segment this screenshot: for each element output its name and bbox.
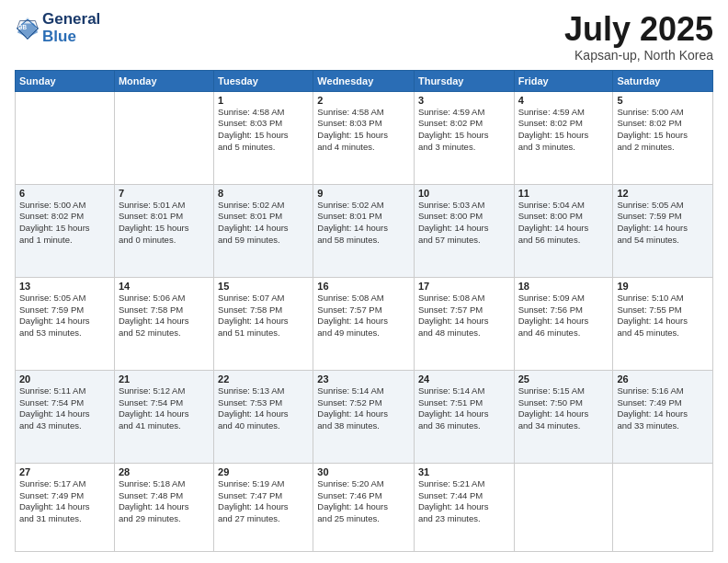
calendar-cell: 29Sunrise: 5:19 AM Sunset: 7:47 PM Dayli… [214, 463, 313, 551]
day-number: 31 [418, 466, 510, 477]
location: Kapsan-up, North Korea [564, 48, 713, 63]
day-info: Sunrise: 4:59 AM Sunset: 8:02 PM Dayligh… [518, 107, 609, 154]
day-number: 7 [119, 188, 210, 199]
day-info: Sunrise: 5:19 AM Sunset: 7:47 PM Dayligh… [218, 478, 309, 525]
day-info: Sunrise: 5:14 AM Sunset: 7:52 PM Dayligh… [317, 385, 410, 432]
day-number: 9 [317, 188, 410, 199]
calendar-cell: 26Sunrise: 5:16 AM Sunset: 7:49 PM Dayli… [613, 370, 713, 463]
day-number: 4 [518, 95, 609, 106]
day-info: Sunrise: 5:00 AM Sunset: 8:02 PM Dayligh… [19, 200, 110, 247]
calendar-cell: 1Sunrise: 4:58 AM Sunset: 8:03 PM Daylig… [214, 91, 313, 184]
day-info: Sunrise: 5:02 AM Sunset: 8:01 PM Dayligh… [218, 200, 309, 247]
day-number: 11 [518, 188, 609, 199]
calendar-cell: 30Sunrise: 5:20 AM Sunset: 7:46 PM Dayli… [313, 463, 415, 551]
day-number: 17 [418, 281, 510, 292]
calendar-cell [514, 463, 613, 551]
weekday-header: Friday [514, 70, 613, 91]
calendar-cell: 18Sunrise: 5:09 AM Sunset: 7:56 PM Dayli… [514, 277, 613, 370]
day-number: 29 [218, 466, 309, 477]
calendar-cell [16, 91, 115, 184]
day-info: Sunrise: 5:07 AM Sunset: 7:58 PM Dayligh… [218, 293, 309, 339]
weekday-header: Tuesday [214, 70, 313, 91]
day-info: Sunrise: 5:09 AM Sunset: 7:56 PM Dayligh… [518, 293, 609, 339]
calendar-cell: 19Sunrise: 5:10 AM Sunset: 7:55 PM Dayli… [613, 277, 713, 370]
title-block: July 2025 Kapsan-up, North Korea [564, 11, 713, 63]
day-info: Sunrise: 5:18 AM Sunset: 7:48 PM Dayligh… [119, 478, 210, 525]
day-number: 13 [19, 281, 110, 292]
day-number: 22 [218, 373, 309, 385]
calendar-cell: 6Sunrise: 5:00 AM Sunset: 8:02 PM Daylig… [16, 184, 115, 277]
day-number: 25 [518, 373, 609, 385]
day-number: 14 [119, 281, 210, 292]
calendar-cell: 5Sunrise: 5:00 AM Sunset: 8:02 PM Daylig… [613, 91, 713, 184]
calendar-cell: 14Sunrise: 5:06 AM Sunset: 7:58 PM Dayli… [114, 277, 213, 370]
calendar-cell: 9Sunrise: 5:02 AM Sunset: 8:01 PM Daylig… [313, 184, 415, 277]
day-info: Sunrise: 5:06 AM Sunset: 7:58 PM Dayligh… [119, 293, 210, 339]
day-number: 1 [218, 95, 309, 106]
calendar-cell: 31Sunrise: 5:21 AM Sunset: 7:44 PM Dayli… [414, 463, 514, 551]
calendar-cell: 24Sunrise: 5:14 AM Sunset: 7:51 PM Dayli… [414, 370, 514, 463]
day-number: 19 [617, 281, 709, 292]
calendar-cell: 27Sunrise: 5:17 AM Sunset: 7:49 PM Dayli… [16, 463, 115, 551]
day-number: 18 [518, 281, 609, 292]
calendar-cell [613, 463, 713, 551]
calendar-cell: 16Sunrise: 5:08 AM Sunset: 7:57 PM Dayli… [313, 277, 415, 370]
calendar-cell: 3Sunrise: 4:59 AM Sunset: 8:02 PM Daylig… [414, 91, 514, 184]
calendar-cell: 7Sunrise: 5:01 AM Sunset: 8:01 PM Daylig… [114, 184, 213, 277]
day-info: Sunrise: 5:11 AM Sunset: 7:54 PM Dayligh… [19, 385, 110, 432]
day-info: Sunrise: 5:12 AM Sunset: 7:54 PM Dayligh… [119, 385, 210, 432]
day-number: 21 [119, 373, 210, 385]
calendar-cell: 8Sunrise: 5:02 AM Sunset: 8:01 PM Daylig… [214, 184, 313, 277]
day-number: 12 [617, 188, 709, 199]
day-number: 15 [218, 281, 309, 292]
day-info: Sunrise: 5:03 AM Sunset: 8:00 PM Dayligh… [418, 200, 510, 247]
month-title: July 2025 [564, 11, 713, 48]
day-number: 5 [617, 95, 709, 106]
logo-line1: General [42, 11, 100, 29]
day-number: 27 [19, 466, 110, 477]
calendar-cell: 21Sunrise: 5:12 AM Sunset: 7:54 PM Dayli… [114, 370, 213, 463]
day-info: Sunrise: 5:14 AM Sunset: 7:51 PM Dayligh… [418, 385, 510, 432]
day-info: Sunrise: 5:16 AM Sunset: 7:49 PM Dayligh… [617, 385, 709, 432]
calendar-cell: 2Sunrise: 4:58 AM Sunset: 8:03 PM Daylig… [313, 91, 415, 184]
day-info: Sunrise: 5:17 AM Sunset: 7:49 PM Dayligh… [19, 478, 110, 525]
day-number: 6 [19, 188, 110, 199]
day-info: Sunrise: 4:58 AM Sunset: 8:03 PM Dayligh… [218, 107, 309, 154]
calendar-cell [114, 91, 213, 184]
weekday-header: Monday [114, 70, 213, 91]
calendar-cell: 28Sunrise: 5:18 AM Sunset: 7:48 PM Dayli… [114, 463, 213, 551]
day-number: 2 [317, 95, 410, 106]
day-info: Sunrise: 4:58 AM Sunset: 8:03 PM Dayligh… [317, 107, 410, 154]
calendar-cell: 20Sunrise: 5:11 AM Sunset: 7:54 PM Dayli… [16, 370, 115, 463]
day-number: 23 [317, 373, 410, 385]
weekday-header: Thursday [414, 70, 514, 91]
day-info: Sunrise: 4:59 AM Sunset: 8:02 PM Dayligh… [418, 107, 510, 154]
weekday-header: Sunday [16, 70, 115, 91]
weekday-header: Wednesday [313, 70, 415, 91]
day-number: 16 [317, 281, 410, 292]
day-info: Sunrise: 5:02 AM Sunset: 8:01 PM Dayligh… [317, 200, 410, 247]
day-number: 10 [418, 188, 510, 199]
day-info: Sunrise: 5:20 AM Sunset: 7:46 PM Dayligh… [317, 478, 410, 525]
logo: GB General Blue [15, 11, 100, 45]
day-number: 8 [218, 188, 309, 199]
calendar-cell: 13Sunrise: 5:05 AM Sunset: 7:59 PM Dayli… [16, 277, 115, 370]
day-info: Sunrise: 5:10 AM Sunset: 7:55 PM Dayligh… [617, 293, 709, 339]
day-info: Sunrise: 5:13 AM Sunset: 7:53 PM Dayligh… [218, 385, 309, 432]
day-number: 28 [119, 466, 210, 477]
calendar-cell: 4Sunrise: 4:59 AM Sunset: 8:02 PM Daylig… [514, 91, 613, 184]
calendar-cell: 25Sunrise: 5:15 AM Sunset: 7:50 PM Dayli… [514, 370, 613, 463]
day-info: Sunrise: 5:08 AM Sunset: 7:57 PM Dayligh… [418, 293, 510, 339]
day-info: Sunrise: 5:04 AM Sunset: 8:00 PM Dayligh… [518, 200, 609, 247]
page: GB General Blue July 2025 Kapsan-up, Nor… [0, 0, 728, 563]
logo-line2: Blue [42, 29, 100, 46]
calendar-cell: 17Sunrise: 5:08 AM Sunset: 7:57 PM Dayli… [414, 277, 514, 370]
day-number: 20 [19, 373, 110, 385]
day-number: 30 [317, 466, 410, 477]
weekday-header: Saturday [613, 70, 713, 91]
calendar-cell: 23Sunrise: 5:14 AM Sunset: 7:52 PM Dayli… [313, 370, 415, 463]
calendar: SundayMondayTuesdayWednesdayThursdayFrid… [15, 70, 713, 552]
day-info: Sunrise: 5:21 AM Sunset: 7:44 PM Dayligh… [418, 478, 510, 525]
header: GB General Blue July 2025 Kapsan-up, Nor… [15, 11, 713, 63]
day-number: 24 [418, 373, 510, 385]
